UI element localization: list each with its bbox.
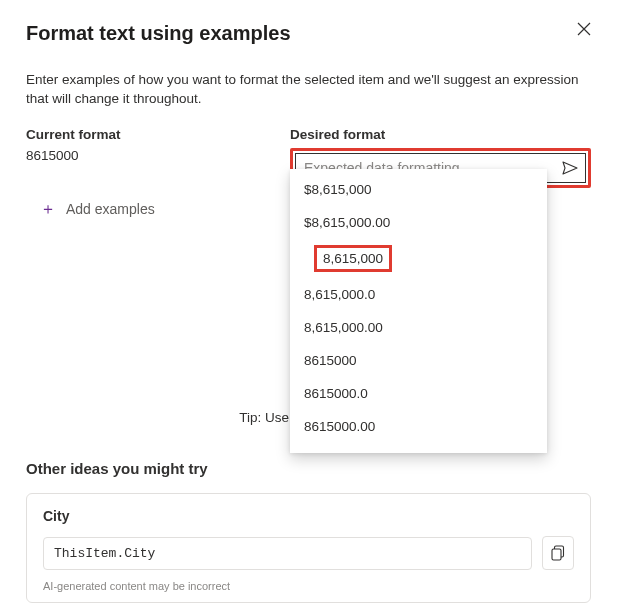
current-format-value: 8615000 — [26, 148, 290, 163]
close-icon — [577, 22, 591, 36]
suggestion-item[interactable]: 8615000.0 — [290, 377, 547, 410]
svg-rect-1 — [552, 549, 561, 560]
suggestion-item[interactable]: $8,615,000 — [290, 173, 547, 206]
suggestion-item[interactable]: 8,615,000.0 — [290, 278, 547, 311]
suggestion-item[interactable]: 8615000.00 — [290, 410, 547, 443]
dialog-header: Format text using examples — [26, 22, 591, 45]
idea-expression: ThisItem.City — [43, 537, 532, 570]
idea-card: City ThisItem.City AI-generated content … — [26, 493, 591, 603]
ai-disclaimer: AI-generated content may be incorrect — [43, 580, 574, 592]
format-suggestions-dropdown: $8,615,000 $8,615,000.00 8,615,000 8,615… — [290, 169, 547, 453]
current-format-column: Current format 8615000 ＋ Add examples — [26, 127, 290, 219]
suggestion-item[interactable]: $8,615,000.00 — [290, 206, 547, 239]
dialog-intro: Enter examples of how you want to format… — [26, 71, 591, 109]
add-examples-button[interactable]: ＋ Add examples — [26, 199, 169, 219]
submit-format-button[interactable] — [560, 159, 580, 177]
idea-card-label: City — [43, 508, 574, 524]
add-examples-label: Add examples — [66, 201, 155, 217]
suggestion-item-highlighted[interactable]: 8,615,000 — [314, 245, 392, 272]
idea-code-row: ThisItem.City — [43, 536, 574, 570]
copy-icon — [551, 545, 565, 561]
close-button[interactable] — [573, 18, 595, 40]
current-format-label: Current format — [26, 127, 290, 142]
plus-icon: ＋ — [40, 201, 56, 217]
send-icon — [562, 161, 578, 175]
suggestion-item-row: 8,615,000 — [290, 239, 547, 278]
suggestion-item[interactable]: 8615000 — [290, 344, 547, 377]
suggestion-item[interactable]: 8,615,000.00 — [290, 311, 547, 344]
other-ideas-heading: Other ideas you might try — [26, 460, 591, 477]
desired-format-column: Desired format $8,615,000 $8,615,000.00 … — [290, 127, 591, 219]
dialog-title: Format text using examples — [26, 22, 291, 45]
format-text-dialog: Format text using examples Enter example… — [0, 0, 617, 606]
desired-format-label: Desired format — [290, 127, 591, 142]
other-ideas-section: Other ideas you might try City ThisItem.… — [26, 460, 591, 603]
copy-expression-button[interactable] — [542, 536, 574, 570]
format-columns: Current format 8615000 ＋ Add examples De… — [26, 127, 591, 219]
